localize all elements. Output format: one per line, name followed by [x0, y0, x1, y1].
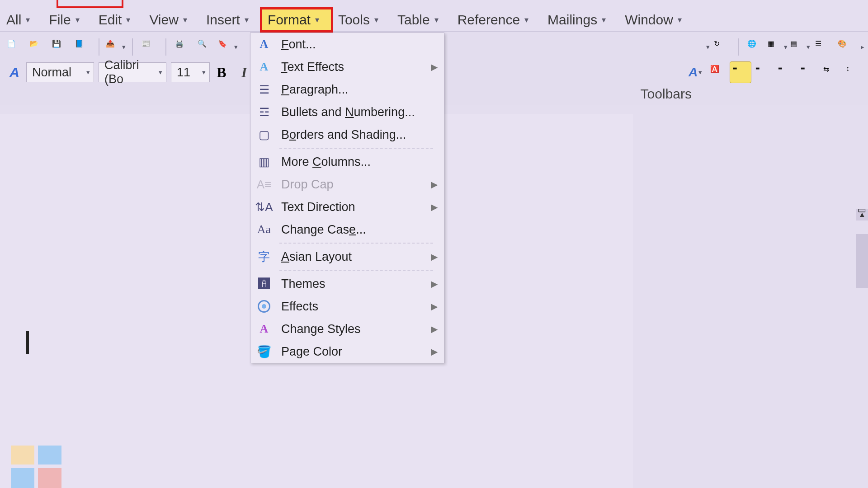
swatch-pink	[38, 468, 61, 488]
print-preview-button[interactable]: 📰	[138, 36, 160, 58]
menu-bullets-numbering[interactable]: ☲ Bullets and Numbering...	[250, 101, 444, 123]
menu-tools[interactable]: Tools▾	[332, 9, 391, 31]
menu-font[interactable]: A Font...	[250, 33, 444, 56]
menu-format[interactable]: Format▾	[261, 9, 332, 31]
themes-icon: 🅰	[255, 277, 273, 291]
menu-asian-layout[interactable]: 字 Asian Layout ▶	[250, 245, 444, 268]
swatch-tan	[11, 446, 34, 465]
menu-item-label: More Columns...	[281, 155, 438, 169]
style-select[interactable]: Normal▾	[26, 62, 94, 82]
align-justify-button[interactable]: ≡	[797, 61, 819, 83]
change-case-icon: Aa	[255, 223, 273, 236]
grid-button[interactable]: ▦▾	[767, 36, 788, 58]
title-highlight	[57, 0, 123, 8]
font-select[interactable]: Calibri (Bo▾	[99, 62, 166, 82]
menu-text-direction[interactable]: ⇅A Text Direction ▶	[250, 196, 444, 218]
align-left-button[interactable]: ≡	[730, 61, 751, 83]
menu-change-styles[interactable]: A Change Styles ▶	[250, 318, 444, 340]
drop-cap-icon: A≡	[255, 178, 273, 192]
separator	[132, 38, 133, 56]
text-cursor	[26, 331, 29, 354]
menu-item-label: Themes	[281, 277, 431, 291]
redo-button[interactable]: ↻	[711, 36, 732, 58]
menu-reference[interactable]: Reference▾	[451, 9, 541, 31]
menu-item-label: Drop Cap	[281, 178, 431, 192]
vertical-scrollbar[interactable]: ▭ ▲	[856, 209, 868, 488]
align-center-button[interactable]: ≡	[752, 61, 774, 83]
menu-page-color[interactable]: 🪣 Page Color ▶	[250, 340, 444, 363]
font-size-value: 11	[177, 66, 190, 80]
menu-item-label: Text Effects	[281, 60, 431, 74]
find-button[interactable]: 🔍	[194, 36, 216, 58]
menu-file[interactable]: File▾	[42, 9, 92, 31]
scrollbar-options-icon[interactable]: ▭	[856, 204, 867, 215]
menu-item-label: Page Color	[281, 345, 431, 359]
columns-icon: ▥	[255, 155, 273, 169]
scroll-thumb[interactable]	[856, 234, 868, 288]
menu-edit[interactable]: Edit▾	[92, 9, 143, 31]
menu-change-case[interactable]: Aa Change Case...	[250, 218, 444, 241]
line-spacing-button[interactable]: ↕	[843, 61, 864, 83]
font-size-select[interactable]: 11▾	[171, 62, 210, 82]
menu-item-label: Text Direction	[281, 200, 431, 214]
menu-text-effects[interactable]: A Text Effects ▶	[250, 56, 444, 78]
hyperlink-button[interactable]: 🌐	[744, 36, 766, 58]
submenu-arrow-icon: ▶	[431, 251, 438, 262]
toolbars-label: Toolbars	[641, 86, 692, 102]
menu-item-label: Change Styles	[281, 322, 431, 336]
align-right-button[interactable]: ≡	[775, 61, 797, 83]
submenu-arrow-icon: ▶	[431, 61, 438, 72]
menu-more-columns[interactable]: ▥ More Columns...	[250, 150, 444, 173]
menu-view[interactable]: View▾	[143, 9, 199, 31]
text-effects-icon: A	[255, 60, 273, 74]
new-doc-button[interactable]: 📄	[4, 36, 25, 58]
paragraph-icon: ☰	[255, 83, 273, 97]
menu-themes[interactable]: 🅰 Themes ▶	[250, 272, 444, 295]
menu-bar: All▾ File▾ Edit▾ View▾ Insert▾ Format▾ T…	[0, 0, 868, 32]
menu-mailings[interactable]: Mailings▾	[541, 9, 618, 31]
menu-paragraph[interactable]: ☰ Paragraph...	[250, 78, 444, 101]
color-swatches	[11, 446, 61, 488]
submenu-arrow-icon: ▶	[431, 346, 438, 357]
submenu-arrow-icon: ▶	[431, 278, 438, 289]
submenu-arrow-icon: ▶	[431, 179, 438, 190]
insert-table-button[interactable]: ▤▾	[789, 36, 811, 58]
menu-item-label: Bullets and Numbering...	[281, 105, 438, 119]
asian-layout-icon: 字	[255, 249, 273, 265]
menu-effects[interactable]: Effects ▶	[250, 295, 444, 318]
list-icon: ☲	[255, 105, 273, 119]
menu-item-label: Font...	[281, 38, 438, 52]
overflow-icon[interactable]: ▸	[861, 43, 864, 51]
text-effect-button[interactable]: A	[4, 61, 25, 83]
doc-convert-button[interactable]: 📘	[71, 36, 93, 58]
char-shading-button[interactable]: 🅰️	[707, 61, 729, 83]
export-button[interactable]: 📤▾	[105, 36, 127, 58]
columns-button[interactable]: ☰	[812, 36, 834, 58]
font-select-value: Calibri (Bo	[104, 58, 154, 86]
style-select-value: Normal	[32, 66, 71, 80]
clear-format-button[interactable]: A▾	[684, 61, 706, 83]
swatch-blue-2	[11, 468, 34, 488]
menu-all[interactable]: All▾	[0, 9, 42, 31]
menu-table[interactable]: Table▾	[391, 9, 451, 31]
style-gallery-button[interactable]: 🎨	[835, 36, 856, 58]
submenu-arrow-icon: ▶	[431, 324, 438, 334]
indent-button[interactable]: ⇆	[820, 61, 842, 83]
print-button[interactable]: 🖨️	[172, 36, 193, 58]
menu-borders-shading[interactable]: ▢ Borders and Shading...	[250, 123, 444, 146]
open-button[interactable]: 📂	[26, 36, 48, 58]
bold-button[interactable]: B	[211, 61, 232, 83]
font-icon: A	[255, 38, 273, 51]
menu-drop-cap: A≡ Drop Cap ▶	[250, 173, 444, 196]
separator	[738, 38, 739, 56]
menu-separator	[279, 243, 433, 244]
menu-item-label: Effects	[281, 300, 431, 314]
menu-item-label: Asian Layout	[281, 250, 431, 264]
change-styles-icon: A	[255, 322, 273, 336]
menu-insert[interactable]: Insert▾	[200, 9, 261, 31]
menu-window[interactable]: Window▾	[618, 9, 694, 31]
bookmark-button[interactable]: 🔖▾	[217, 36, 239, 58]
save-button[interactable]: 💾	[49, 36, 71, 58]
submenu-arrow-icon: ▶	[431, 301, 438, 312]
dropdown-caret[interactable]: ▾	[706, 43, 710, 51]
